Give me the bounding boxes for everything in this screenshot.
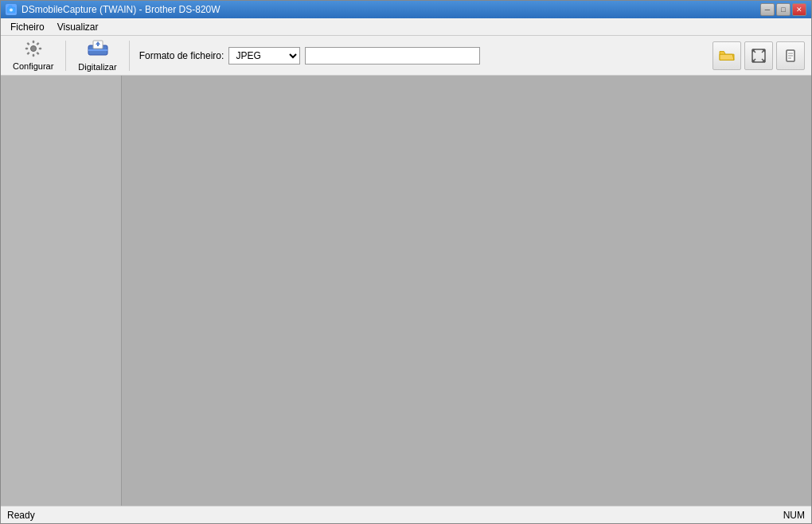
menu-visualizar[interactable]: Visualizar: [51, 20, 105, 34]
svg-rect-6: [25, 48, 28, 49]
svg-point-3: [30, 46, 36, 52]
toolbar-separator-1: [65, 41, 66, 71]
format-label: Formato de ficheiro:: [139, 50, 224, 61]
title-bar: DSmobileCapture (TWAIN) - Brother DS-820…: [1, 1, 811, 18]
format-section: Formato de ficheiro: JPEG PDF TIFF BMP P…: [139, 47, 481, 65]
status-bar: Ready NUM: [1, 506, 811, 523]
status-num: NUM: [783, 510, 805, 521]
folder-open-icon: [718, 49, 736, 63]
svg-rect-11: [36, 52, 39, 55]
fit-page-icon: [751, 48, 767, 64]
configurar-button[interactable]: Configurar: [7, 39, 59, 72]
status-ready: Ready: [7, 510, 35, 521]
svg-rect-4: [33, 41, 34, 43]
file-path-input[interactable]: [305, 47, 480, 65]
restore-button[interactable]: □: [776, 3, 791, 16]
window-controls: ─ □ ✕: [760, 3, 806, 16]
title-bar-left: DSmobileCapture (TWAIN) - Brother DS-820…: [6, 4, 221, 15]
copy-icon: [783, 48, 798, 64]
svg-rect-1: [9, 6, 12, 8]
thumbnail-panel: [1, 76, 122, 506]
scan-icon: [87, 39, 109, 61]
main-content: [1, 76, 811, 506]
fit-page-button[interactable]: [744, 41, 773, 70]
svg-rect-8: [26, 42, 29, 45]
gear-icon: [25, 40, 42, 60]
toolbar-right: [712, 41, 805, 70]
svg-rect-10: [26, 52, 29, 55]
digitalizar-label: Digitalizar: [78, 62, 116, 72]
app-icon: [6, 4, 17, 15]
toolbar-separator-2: [129, 41, 130, 71]
copy-button[interactable]: [776, 41, 805, 70]
menu-ficheiro[interactable]: Ficheiro: [4, 20, 51, 34]
main-window: DSmobileCapture (TWAIN) - Brother DS-820…: [0, 0, 812, 524]
svg-rect-9: [36, 42, 39, 45]
close-button[interactable]: ✕: [792, 3, 806, 16]
open-folder-button[interactable]: [712, 41, 741, 70]
svg-rect-7: [39, 48, 41, 49]
toolbar: Configurar Digitalizar F: [1, 36, 811, 76]
svg-rect-5: [33, 54, 34, 57]
menu-bar: Ficheiro Visualizar: [1, 18, 811, 36]
preview-panel: [122, 76, 811, 506]
digitalizar-button[interactable]: Digitalizar: [72, 39, 122, 72]
svg-point-2: [10, 9, 13, 12]
minimize-button[interactable]: ─: [760, 3, 775, 16]
configurar-label: Configurar: [13, 61, 53, 71]
window-title: DSmobileCapture (TWAIN) - Brother DS-820…: [21, 4, 221, 15]
format-select[interactable]: JPEG PDF TIFF BMP PNG: [228, 47, 300, 65]
